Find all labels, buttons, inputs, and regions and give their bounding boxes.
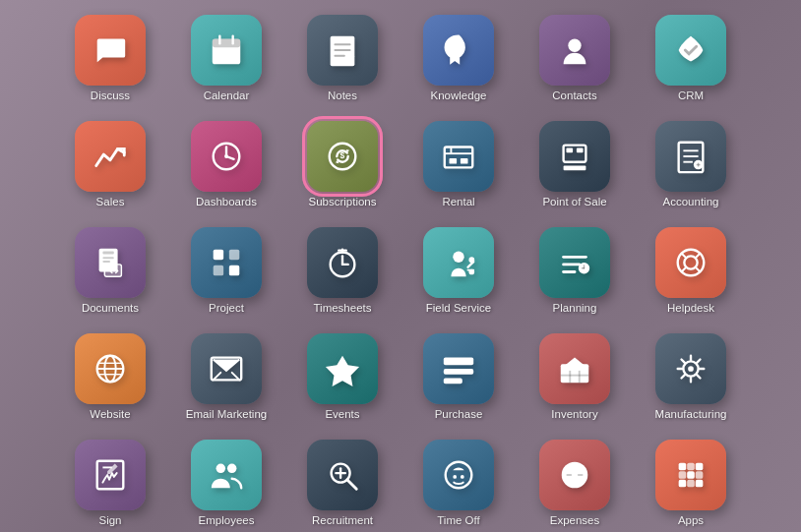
app-label-project: Project [209,302,244,316]
svg-rect-100 [679,479,687,487]
svg-rect-98 [687,471,695,479]
svg-point-83 [216,463,226,473]
app-label-field-service: Field Service [426,302,491,316]
app-label-contacts: Contacts [552,89,596,103]
app-item-calendar[interactable]: Calendar [172,5,280,103]
icon-box-accounting [655,121,726,192]
icon-box-website [75,333,146,404]
icon-box-rental [423,121,494,192]
svg-rect-42 [229,266,239,275]
app-item-purchase[interactable]: Purchase [404,324,513,422]
icon-box-helpdesk [655,227,726,298]
icon-box-knowledge [423,15,494,86]
app-item-apps[interactable]: Apps [637,430,745,528]
app-item-expenses[interactable]: $Expenses [521,430,629,528]
icon-box-contacts [539,15,610,86]
svg-rect-73 [444,369,473,375]
app-item-documents[interactable]: Documents [56,217,164,316]
app-item-email-marketing[interactable]: Email Marketing [172,324,280,422]
app-label-crm: CRM [678,89,704,103]
app-item-website[interactable]: Website [56,324,164,422]
svg-rect-35 [102,251,113,254]
app-item-knowledge[interactable]: Knowledge [404,5,513,103]
app-item-events[interactable]: Events [288,324,397,422]
app-item-employees[interactable]: Employees [172,430,280,528]
svg-rect-5 [224,51,229,56]
icon-box-project [191,227,262,298]
svg-rect-26 [564,165,586,170]
app-item-sales[interactable]: Sales [56,111,164,209]
svg-rect-23 [564,145,586,161]
app-item-helpdesk[interactable]: Helpdesk [637,217,745,316]
app-label-expenses: Expenses [550,514,600,528]
app-item-subscriptions[interactable]: $Subscriptions [288,111,397,209]
icon-box-manufacturing [655,333,726,404]
app-label-inventory: Inventory [551,408,597,422]
app-item-timesheets[interactable]: Timesheets [288,217,397,316]
app-label-sales: Sales [96,196,125,209]
icon-box-sales [75,121,146,192]
icon-box-field-service [423,227,494,298]
svg-rect-21 [450,158,458,164]
app-item-planning[interactable]: Planning [521,217,629,316]
svg-line-49 [468,262,474,267]
app-item-field-service[interactable]: Field Service [404,217,513,316]
app-item-accounting[interactable]: Accounting [637,111,745,209]
svg-point-60 [684,256,697,268]
app-item-inventory[interactable]: Inventory [521,324,629,422]
svg-rect-97 [679,471,687,479]
app-item-notes[interactable]: Notes [288,5,397,103]
icon-box-events [307,333,378,404]
icon-box-notes [307,15,378,86]
app-label-discuss: Discuss [91,89,130,103]
icon-box-inventory [539,333,610,404]
app-label-calendar: Calendar [204,89,250,103]
app-item-manufacturing[interactable]: Manufacturing [637,324,745,422]
app-label-rental: Rental [442,196,474,209]
svg-rect-102 [696,479,704,487]
svg-rect-38 [104,265,121,276]
svg-point-80 [688,366,694,372]
app-item-time-off[interactable]: Time Off [404,430,513,528]
app-label-notes: Notes [328,89,357,103]
icon-box-expenses: $ [539,440,610,510]
svg-rect-40 [229,249,239,259]
svg-point-91 [461,475,464,479]
svg-text:$: $ [340,150,345,160]
app-item-recruitment[interactable]: Recruitment [288,430,397,528]
icon-box-discuss [75,15,146,86]
app-item-contacts[interactable]: Contacts [521,5,629,103]
app-label-accounting: Accounting [663,196,719,209]
app-item-discuss[interactable]: Discuss [56,5,164,103]
app-item-project[interactable]: Project [172,217,280,316]
app-label-sign: Sign [98,514,121,528]
icon-box-email-marketing [191,333,262,404]
app-item-crm[interactable]: CRM [637,5,745,103]
app-item-sign[interactable]: Sign [56,430,164,528]
svg-point-84 [227,463,237,473]
app-label-time-off: Time Off [437,514,479,528]
svg-line-62 [696,253,701,258]
svg-rect-101 [687,479,695,487]
app-grid: DiscussCalendarNotesKnowledgeContactsCRM… [46,0,755,532]
icon-box-crm [655,15,726,86]
app-item-point-of-sale[interactable]: Point of Sale [521,111,629,209]
icon-box-calendar [191,15,262,86]
icon-box-time-off [423,440,494,510]
svg-point-15 [224,154,228,158]
app-label-purchase: Purchase [435,408,483,422]
app-label-website: Website [90,408,130,422]
app-item-dashboards[interactable]: Dashboards [172,111,280,209]
svg-rect-94 [679,462,687,470]
svg-rect-81 [97,460,124,489]
app-label-knowledge: Knowledge [431,89,487,103]
svg-rect-1 [213,38,241,47]
svg-line-64 [696,266,701,271]
app-item-rental[interactable]: Rental [404,111,513,209]
app-label-subscriptions: Subscriptions [308,196,376,209]
svg-rect-18 [445,147,473,167]
icon-box-recruitment [307,440,378,510]
svg-marker-71 [326,355,359,385]
svg-rect-74 [444,378,462,384]
app-label-point-of-sale: Point of Sale [542,196,606,209]
